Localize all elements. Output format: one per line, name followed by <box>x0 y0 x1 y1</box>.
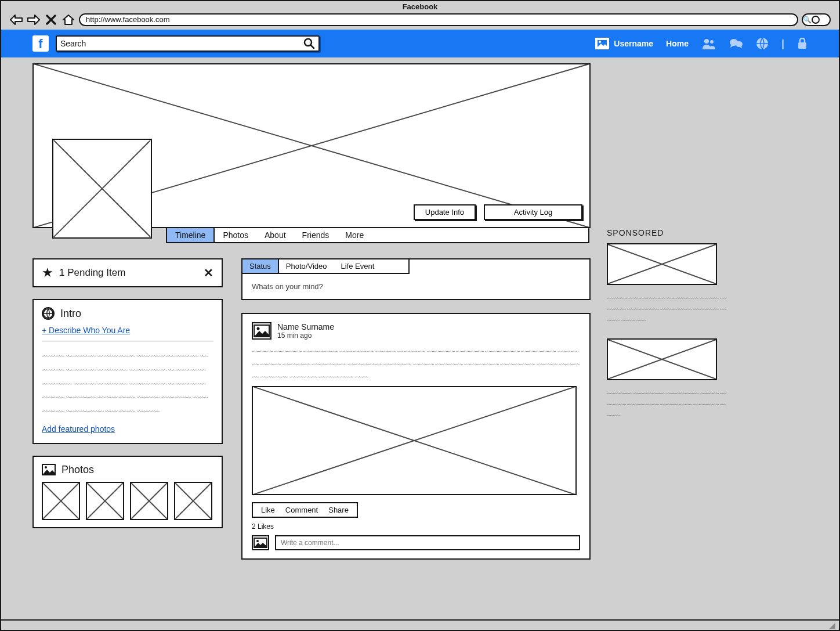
user-avatar-icon <box>595 38 609 49</box>
right-column: SPONSORED ﹏﹏﹏﹏ ﹏﹏﹏﹏﹏ ﹏﹏﹏﹏﹏ ﹏﹏﹏ ﹏﹏﹏﹏ ﹏﹏﹏﹏… <box>607 63 729 630</box>
photo-thumb[interactable] <box>42 482 80 520</box>
browser-toolbar: http://www.facebook.com 🔍 <box>1 11 839 30</box>
describe-link[interactable]: + Describe Who You Are <box>42 326 130 335</box>
messages-icon[interactable] <box>729 38 743 49</box>
friends-icon[interactable] <box>701 38 716 49</box>
photo-thumb[interactable] <box>174 482 212 520</box>
header-username: Username <box>614 39 653 48</box>
close-icon[interactable]: ✕ <box>204 266 213 280</box>
stop-icon[interactable] <box>44 13 58 26</box>
composer-tabs: Status Photo/Video Life Event <box>241 258 410 274</box>
left-column: ★ 1 Pending Item ✕ Intro + Describe Who … <box>32 258 223 560</box>
toggle-knob <box>812 16 820 24</box>
url-bar[interactable]: http://www.facebook.com <box>79 13 798 26</box>
tab-more[interactable]: More <box>337 228 372 242</box>
home-link[interactable]: Home <box>666 39 689 48</box>
svg-point-13 <box>257 327 260 330</box>
privacy-lock-icon[interactable] <box>797 38 808 49</box>
notifications-globe-icon[interactable] <box>756 37 769 50</box>
post-avatar-icon[interactable] <box>252 322 271 340</box>
intro-divider <box>42 341 213 341</box>
post: Name Surname 15 min ago ﹏﹏﹏ ﹏﹏﹏﹏ ﹏﹏﹏﹏﹏ ﹏… <box>241 313 591 560</box>
url-text: http://www.facebook.com <box>86 15 170 25</box>
search-placeholder: Search <box>60 39 86 48</box>
header-right: Username Home | <box>595 37 808 50</box>
middle-column: Status Photo/Video Life Event Whats on y… <box>241 258 591 560</box>
status-bar: ◢ <box>1 619 839 630</box>
search-icon[interactable] <box>303 38 315 49</box>
photos-title: Photos <box>61 464 94 476</box>
svg-rect-8 <box>798 42 806 49</box>
post-author[interactable]: Name Surname <box>277 322 334 331</box>
profile-tabs: Timeline Photos About Friends More <box>166 227 589 243</box>
post-time: 15 min ago <box>277 331 334 340</box>
svg-point-15 <box>256 540 259 542</box>
pending-label: 1 Pending Item <box>59 267 125 279</box>
content-area: Update Info Activity Log Timeline Photos… <box>1 57 839 630</box>
post-actions: Like Comment Share <box>252 502 358 518</box>
post-image[interactable] <box>252 386 577 495</box>
tab-about[interactable]: About <box>256 228 294 242</box>
magnifier-icon: 🔍 <box>803 16 812 24</box>
header-divider: | <box>781 38 784 50</box>
composer-tab-photovideo[interactable]: Photo/Video <box>279 259 334 273</box>
comment-row <box>252 535 580 550</box>
likes-count[interactable]: 2 Likes <box>252 522 580 531</box>
svg-point-3 <box>704 39 709 44</box>
pending-panel[interactable]: ★ 1 Pending Item ✕ <box>32 258 223 287</box>
svg-point-2 <box>599 41 601 43</box>
sponsored-image[interactable] <box>607 243 717 285</box>
search-input[interactable]: Search <box>56 35 320 52</box>
tab-photos[interactable]: Photos <box>215 228 256 242</box>
like-button[interactable]: Like <box>261 506 275 514</box>
sponsored-text: ﹏﹏﹏﹏ ﹏﹏﹏﹏﹏ ﹏﹏﹏﹏﹏ ﹏﹏﹏ ﹏﹏﹏﹏ ﹏﹏﹏﹏﹏ ﹏﹏﹏﹏﹏ ﹏﹏… <box>607 291 729 324</box>
svg-point-6 <box>736 41 743 47</box>
composer-tab-status[interactable]: Status <box>242 259 279 273</box>
globe-icon <box>42 307 55 320</box>
forward-icon[interactable] <box>27 13 41 26</box>
browser-window: Facebook http://www.facebook.com 🔍 f Sea… <box>0 0 840 631</box>
intro-panel: Intro + Describe Who You Are ﹏﹏﹏ ﹏﹏﹏﹏ ﹏﹏… <box>32 299 223 444</box>
browser-title: Facebook <box>1 1 839 11</box>
composer-input[interactable]: Whats on your mind? <box>242 274 589 299</box>
composer: Status Photo/Video Life Event Whats on y… <box>241 258 591 300</box>
fb-header: f Search Username Home | <box>1 30 839 57</box>
sponsored-image[interactable] <box>607 338 717 380</box>
resize-grip-icon[interactable]: ◢ <box>829 621 835 630</box>
cover-block: Update Info Activity Log Timeline Photos… <box>32 63 591 228</box>
search-toggle[interactable]: 🔍 <box>802 13 831 26</box>
composer-tab-lifeevent[interactable]: Life Event <box>334 259 381 273</box>
comment-input[interactable] <box>275 535 580 550</box>
comment-button[interactable]: Comment <box>285 506 318 514</box>
share-button[interactable]: Share <box>328 506 349 514</box>
home-icon[interactable] <box>61 13 75 26</box>
back-icon[interactable] <box>9 13 23 26</box>
photos-grid <box>42 482 213 520</box>
svg-point-4 <box>710 40 714 44</box>
star-icon: ★ <box>42 265 53 280</box>
post-body-text: ﹏﹏﹏ ﹏﹏﹏﹏ ﹏﹏﹏﹏﹏ ﹏﹏﹏﹏﹏ ﹏﹏﹏ ﹏﹏﹏﹏ ﹏﹏﹏﹏ ﹏﹏﹏﹏ … <box>252 343 580 381</box>
photo-thumb[interactable] <box>86 482 124 520</box>
activity-log-button[interactable]: Activity Log <box>484 204 582 220</box>
tab-timeline[interactable]: Timeline <box>167 228 215 242</box>
photos-panel: Photos <box>32 456 223 528</box>
picture-icon <box>42 464 56 475</box>
comment-avatar-icon <box>252 535 269 550</box>
sponsored-title: SPONSORED <box>607 228 729 237</box>
header-user-link[interactable]: Username <box>595 38 653 49</box>
intro-placeholder-text: ﹏﹏﹏ ﹏﹏﹏﹏ ﹏﹏﹏﹏﹏ ﹏﹏﹏﹏﹏ ﹏﹏﹏ ﹏﹏﹏﹏ ﹏﹏﹏﹏ ﹏﹏﹏﹏ … <box>42 347 213 416</box>
tab-friends[interactable]: Friends <box>294 228 338 242</box>
add-featured-photos-link[interactable]: Add featured photos <box>42 424 115 434</box>
sponsored-text: ﹏﹏﹏﹏ ﹏﹏﹏﹏﹏ ﹏﹏﹏﹏﹏ ﹏﹏﹏ ﹏﹏﹏﹏ ﹏﹏﹏﹏﹏ ﹏﹏﹏﹏﹏ ﹏﹏… <box>607 386 729 420</box>
svg-point-11 <box>45 466 47 468</box>
photo-thumb[interactable] <box>130 482 168 520</box>
update-info-button[interactable]: Update Info <box>414 204 476 220</box>
intro-title: Intro <box>60 308 81 320</box>
profile-picture[interactable] <box>52 139 152 239</box>
fb-logo-icon[interactable]: f <box>32 35 49 52</box>
